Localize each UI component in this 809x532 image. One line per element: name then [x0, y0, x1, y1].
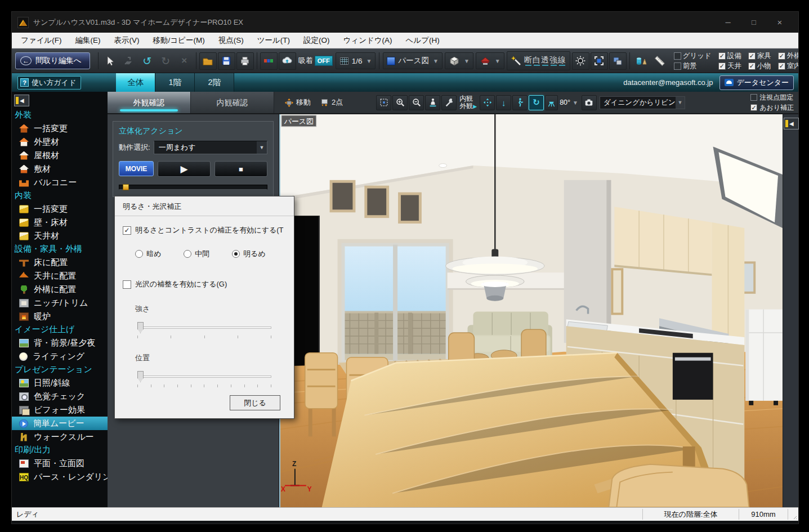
toggle-interior[interactable]: ✓室内 — [778, 61, 798, 71]
sidebar-collapse-button[interactable]: ◀ — [14, 95, 29, 106]
zoom-in-button[interactable] — [392, 95, 408, 110]
snap-toggle[interactable]: 吸着 OFF — [298, 56, 333, 66]
maximize-button[interactable]: □ — [741, 18, 767, 26]
toggle-furniture[interactable]: ✓家具 — [748, 51, 771, 61]
play-button[interactable]: ▶ — [158, 161, 211, 177]
rotate-view-button[interactable]: ↻ — [529, 95, 544, 110]
move-viewpoint-button[interactable]: 移動 — [280, 94, 315, 111]
zoom-out-button[interactable] — [409, 95, 424, 110]
sidebar-item-balcony[interactable]: バルコニー — [12, 176, 108, 189]
menu-settings[interactable]: 設定(O) — [297, 33, 337, 48]
menu-move-copy[interactable]: 移動/コピー(M) — [146, 33, 212, 48]
materials-button[interactable] — [260, 52, 278, 70]
eye-height-button[interactable] — [425, 95, 440, 110]
toggle-foreground[interactable]: 前景 — [674, 61, 712, 71]
primitive-solids-button[interactable] — [633, 52, 650, 70]
position-slider[interactable] — [137, 371, 271, 382]
sidebar-item-ceiling-place[interactable]: 天井に配置 — [12, 269, 108, 283]
sidebar-item-floor-place[interactable]: 床に配置 — [12, 256, 108, 269]
menu-viewpoint[interactable]: 視点(S) — [212, 33, 251, 48]
movie-button[interactable]: MOVIE — [119, 161, 154, 176]
line-style-tool[interactable]: 断白透強線 — [507, 51, 570, 70]
toggle-grid[interactable]: グリッド — [674, 51, 712, 61]
close-button[interactable]: × — [767, 17, 793, 27]
tab-floor2[interactable]: 2階 — [195, 73, 234, 92]
sidebar-item-sunlight[interactable]: 日照/斜線 — [12, 376, 108, 390]
sidebar-item-bulk-exterior[interactable]: 一括変更 — [12, 122, 108, 135]
sidebar-item-fireplace[interactable]: 暖炉 — [12, 310, 108, 323]
toggle-ceiling[interactable]: ✓天井 — [718, 61, 741, 71]
delete-button[interactable]: × — [176, 52, 193, 70]
sidebar-item-render[interactable]: HQパース・レンダリング — [12, 470, 108, 484]
sidebar-item-wall-material[interactable]: 外壁材 — [12, 135, 108, 149]
grid-scale-dropdown[interactable]: 1/6 ▼ — [336, 52, 376, 69]
tab-interior-check[interactable]: 内観確認 — [191, 92, 274, 113]
sidebar-item-color-check[interactable]: 色覚チェック — [12, 390, 108, 403]
move-down-button[interactable]: ↓ — [496, 95, 511, 110]
two-point-button[interactable]: 2点 — [315, 94, 347, 111]
playback-progress[interactable] — [119, 185, 267, 190]
toggle-accessories[interactable]: ✓小物 — [748, 61, 771, 71]
sidebar-item-before-effect[interactable]: ビフォー効果 — [12, 403, 108, 417]
walk-view-button[interactable] — [512, 95, 528, 110]
brightness-button[interactable] — [572, 52, 589, 70]
sidebar-item-walkthrough[interactable]: ウォークスルー — [12, 430, 108, 444]
toggle-fix-gaze[interactable]: 注視点固定 — [750, 93, 794, 102]
region-select-button[interactable] — [591, 52, 608, 70]
sidebar-item-niche-trim[interactable]: ニッチ/トリム — [12, 296, 108, 310]
stop-button[interactable]: ■ — [214, 161, 267, 177]
sidebar-item-bulk-interior[interactable]: 一括変更 — [12, 202, 108, 216]
undo-button[interactable]: ↺ — [138, 52, 156, 70]
strength-slider[interactable] — [137, 322, 271, 333]
3d-scene[interactable]: Z X Y パース図 — [280, 114, 783, 507]
cloud-upload-button[interactable] — [279, 52, 296, 70]
menu-edit[interactable]: 編集(E) — [69, 33, 108, 48]
sidebar-item-easy-movie[interactable]: 簡単ムービー — [12, 417, 108, 430]
multi-select-button[interactable] — [120, 52, 137, 70]
dialog-title[interactable]: 明るさ・光沢補正 — [115, 196, 294, 216]
save-button[interactable] — [218, 52, 235, 70]
balcony-window[interactable] — [338, 239, 453, 368]
measure-button[interactable] — [651, 52, 669, 70]
toggle-tilt-correction[interactable]: ✓あおり補正 — [750, 103, 794, 113]
redo-button[interactable]: ↻ — [157, 52, 175, 70]
roof-display-dropdown[interactable]: ▼ — [476, 52, 504, 69]
sidebar-item-roof-material[interactable]: 屋根材 — [12, 149, 108, 162]
view-settings-button[interactable] — [441, 95, 457, 110]
resize-grip[interactable] — [788, 508, 798, 521]
progress-thumb[interactable] — [123, 184, 129, 190]
slider-thumb[interactable] — [137, 371, 144, 382]
chevron-down-icon[interactable]: ▼ — [573, 100, 578, 106]
print-button[interactable] — [236, 52, 254, 70]
minimize-button[interactable]: ─ — [715, 18, 741, 26]
menu-file[interactable]: ファイル(F) — [14, 33, 69, 48]
interior-exterior-switch[interactable]: 内観 外観▶ — [459, 95, 477, 110]
slider-thumb[interactable] — [137, 322, 144, 333]
usage-guide-button[interactable]: ? 使い方ガイド — [17, 76, 81, 90]
tab-exterior-check[interactable]: 外観確認 — [108, 92, 191, 113]
radio-bright[interactable]: 明るめ — [232, 249, 280, 259]
tab-floor1[interactable]: 1階 — [155, 73, 195, 92]
brightness-checkbox-row[interactable]: ✓ 明るさとコントラストの補正を有効にする(T — [123, 225, 286, 235]
radio-medium[interactable]: 中間 — [184, 249, 232, 259]
sidebar-item-garden-place[interactable]: 外構に配置 — [12, 283, 108, 296]
menu-window[interactable]: ウィンドウ(A) — [337, 33, 399, 48]
toggle-equipment[interactable]: ✓設備 — [718, 51, 741, 61]
toggle-exterior[interactable]: ✓外構 — [778, 51, 798, 61]
gloss-checkbox-row[interactable]: 光沢の補整を有効にする(G) — [123, 279, 286, 289]
sidebar-item-lighting[interactable]: ライティング — [12, 350, 108, 363]
sidebar-item-ceiling-material[interactable]: 天井材 — [12, 229, 108, 243]
pan-view-button[interactable] — [480, 95, 495, 110]
sidebar-item-wall-floor[interactable]: 壁・床材 — [12, 216, 108, 229]
solid-display-dropdown[interactable]: ▼ — [445, 52, 473, 69]
action-select-dropdown[interactable]: 一周まわす ▼ — [154, 141, 267, 154]
snapshot-button[interactable] — [582, 95, 597, 110]
dialog-close-button[interactable]: 閉じる — [230, 395, 280, 410]
menu-view[interactable]: 表示(V) — [108, 33, 146, 48]
datacenter-button[interactable]: データセンター — [719, 75, 794, 90]
tab-whole[interactable]: 全体 — [116, 73, 155, 92]
back-to-floorplan-button[interactable]: ← 間取り編集へ — [15, 52, 90, 69]
fit-view-button[interactable] — [376, 95, 391, 110]
camera-angle-button[interactable] — [545, 95, 558, 110]
sidebar-item-ground-material[interactable]: 敷材 — [12, 162, 108, 176]
